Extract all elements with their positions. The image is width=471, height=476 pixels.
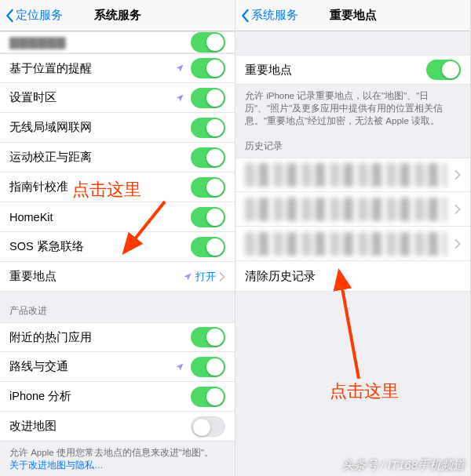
toggle-switch[interactable] bbox=[191, 147, 225, 168]
toggle-switch[interactable] bbox=[191, 237, 225, 257]
significant-locations-row[interactable]: 重要地点 打开 bbox=[0, 262, 235, 292]
toggle-switch[interactable] bbox=[191, 357, 225, 377]
toggle-switch[interactable] bbox=[191, 327, 225, 347]
chevron-right-icon bbox=[455, 239, 461, 249]
list-item[interactable]: HomeKit bbox=[0, 202, 235, 232]
chevron-right-icon bbox=[455, 170, 461, 180]
back-label: 定位服务 bbox=[16, 8, 63, 23]
list-item[interactable]: 无线局域网联网 bbox=[0, 113, 235, 143]
nav-title-right: 重要地点 bbox=[330, 8, 377, 23]
row-label: 无线局域网联网 bbox=[9, 120, 92, 135]
row-label: 指南针校准 bbox=[9, 180, 68, 194]
list-item[interactable]: 附近的热门应用 bbox=[0, 322, 235, 352]
back-label: 系统服务 bbox=[251, 8, 298, 23]
blurred-content bbox=[245, 163, 447, 187]
toggle-switch[interactable] bbox=[191, 58, 225, 78]
chevron-left-icon bbox=[240, 9, 250, 23]
disclosure-value: 打开 bbox=[195, 270, 216, 284]
row-label: iPhone 分析 bbox=[9, 389, 71, 404]
list-item[interactable]: 运动校正与距离 bbox=[0, 143, 235, 173]
toggle-switch[interactable] bbox=[191, 416, 225, 437]
back-button-right[interactable]: 系统服务 bbox=[236, 8, 298, 23]
row-label: 运动校正与距离 bbox=[9, 150, 92, 165]
blurred-content bbox=[245, 232, 447, 256]
main-toggle-row[interactable]: 重要地点 bbox=[236, 55, 470, 85]
toggle-switch[interactable] bbox=[426, 60, 461, 80]
toggle-switch[interactable] bbox=[191, 177, 225, 198]
row-label: 附近的热门应用 bbox=[9, 330, 92, 345]
footer-note: 允许 Apple 使用您常去地点的信息来改进"地图"。 关于改进地图与隐私… bbox=[0, 441, 235, 476]
clear-history-button[interactable]: 清除历史记录 bbox=[236, 260, 470, 292]
toggle-switch[interactable] bbox=[191, 387, 225, 407]
nav-title-left: 系统服务 bbox=[94, 8, 141, 23]
toggle-switch[interactable] bbox=[191, 32, 225, 53]
disclosure: 打开 bbox=[183, 270, 225, 284]
description-text: 允许 iPhone 记录重要地点，以在"地图"、"日历"、"照片"及更多应用中提… bbox=[236, 85, 470, 132]
location-icon bbox=[183, 272, 192, 282]
location-icon bbox=[175, 64, 184, 73]
row-label: 重要地点 bbox=[9, 269, 57, 284]
toggle-switch[interactable] bbox=[191, 88, 225, 108]
row-label: HomeKit bbox=[9, 211, 53, 223]
blurred-content bbox=[245, 198, 447, 221]
footer-text: 允许 Apple 使用您常去地点的信息来改进"地图"。 bbox=[9, 448, 214, 457]
right-screen: 系统服务 重要地点 重要地点 允许 iPhone 记录重要地点，以在"地图"、"… bbox=[236, 0, 471, 476]
navbar-left: 定位服务 系统服务 bbox=[0, 0, 235, 31]
row-label: 基于位置的提醒 bbox=[9, 61, 92, 76]
clear-label: 清除历史记录 bbox=[245, 269, 316, 284]
left-content: ▇▇▇▇▇▇ 基于位置的提醒设置时区无线局域网联网运动校正与距离指南针校准Hom… bbox=[0, 31, 235, 476]
chevron-left-icon bbox=[5, 9, 14, 23]
toggle-switch[interactable] bbox=[191, 207, 225, 227]
list-item[interactable]: 指南针校准 bbox=[0, 173, 235, 202]
location-icon bbox=[175, 93, 184, 103]
history-item[interactable] bbox=[236, 158, 470, 192]
list-item[interactable]: 设置时区 bbox=[0, 83, 235, 113]
section-header-improve: 产品改进 bbox=[0, 292, 235, 322]
left-screen: 定位服务 系统服务 ▇▇▇▇▇▇ 基于位置的提醒设置时区无线局域网联网运动校正与… bbox=[0, 0, 236, 476]
history-header: 历史记录 bbox=[236, 132, 470, 158]
row-label: 改进地图 bbox=[9, 419, 57, 434]
row-label: 路线与交通 bbox=[9, 359, 68, 374]
history-item[interactable] bbox=[236, 227, 470, 261]
list-item[interactable]: iPhone 分析 bbox=[0, 382, 235, 412]
right-content: 重要地点 允许 iPhone 记录重要地点，以在"地图"、"日历"、"照片"及更… bbox=[236, 31, 470, 476]
row-label: 重要地点 bbox=[245, 63, 292, 78]
chevron-right-icon bbox=[219, 272, 225, 282]
row-label: SOS 紧急联络 bbox=[9, 239, 84, 254]
list-item[interactable]: SOS 紧急联络 bbox=[0, 232, 235, 262]
list-item[interactable]: 路线与交通 bbox=[0, 352, 235, 382]
list-item[interactable]: 基于位置的提醒 bbox=[0, 53, 235, 83]
toggle-switch[interactable] bbox=[191, 118, 225, 138]
history-item[interactable] bbox=[236, 192, 470, 227]
row-label: ▇▇▇▇▇▇ bbox=[9, 36, 66, 49]
row-label: 设置时区 bbox=[9, 90, 57, 105]
footer-link[interactable]: 关于改进地图与隐私… bbox=[9, 460, 104, 470]
navbar-right: 系统服务 重要地点 bbox=[236, 0, 470, 31]
list-item[interactable]: ▇▇▇▇▇▇ bbox=[0, 31, 235, 53]
chevron-right-icon bbox=[455, 205, 461, 214]
back-button-left[interactable]: 定位服务 bbox=[0, 8, 63, 23]
list-item[interactable]: 改进地图 bbox=[0, 412, 235, 441]
location-icon bbox=[175, 362, 184, 372]
